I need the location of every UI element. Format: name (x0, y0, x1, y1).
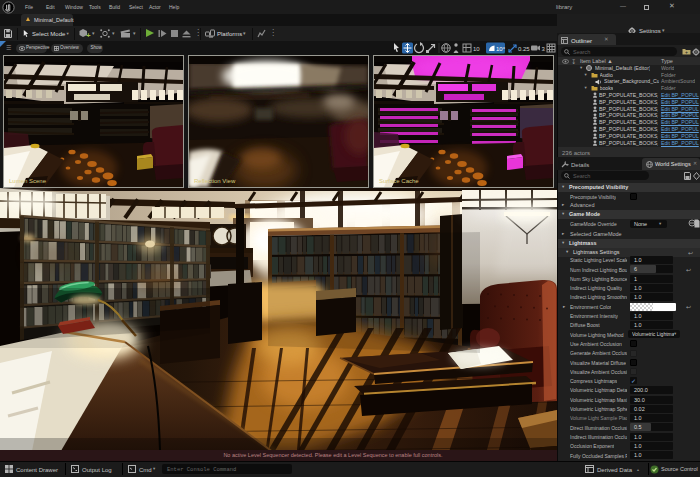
svg-text:Reflection View: Reflection View (194, 178, 236, 184)
svg-text:0.25: 0.25 (518, 46, 530, 52)
svg-text:+: + (86, 31, 91, 39)
svg-text:Surface Cache: Surface Cache (379, 178, 419, 184)
svg-text:3: 3 (542, 46, 546, 52)
svg-text:10°: 10° (496, 46, 506, 52)
svg-text:+: + (685, 49, 688, 55)
svg-text:10: 10 (473, 46, 480, 52)
svg-text:Lumen Scene: Lumen Scene (9, 178, 47, 184)
